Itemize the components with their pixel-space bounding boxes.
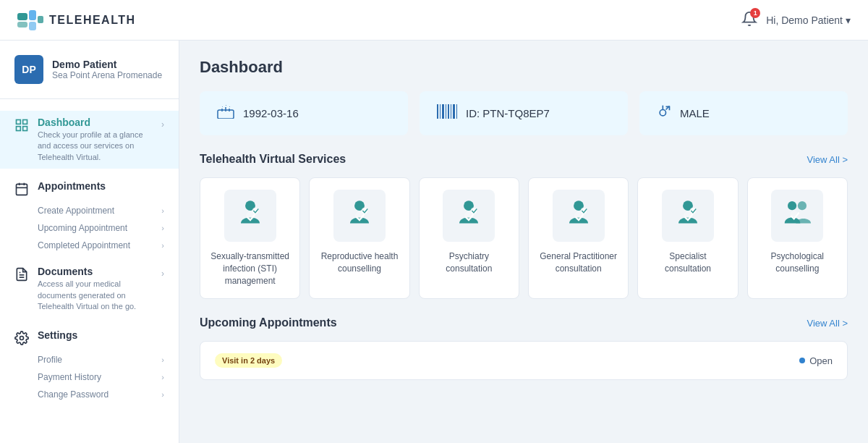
user-profile: DP Demo Patient Sea Point Arena Promenad… xyxy=(0,55,179,99)
appointment-card: Visit in 2 days Open xyxy=(200,341,848,380)
stat-card-dob: 1992-03-16 xyxy=(200,91,408,135)
create-appointment-chevron: › xyxy=(161,206,164,215)
svg-rect-4 xyxy=(38,16,43,23)
id-value: ID: PTN-TQ8EP7 xyxy=(466,107,550,119)
payment-history-label: Payment History xyxy=(38,372,101,382)
appointments-icon xyxy=(14,182,29,196)
sidebar-sub-item-completed-appointment[interactable]: Completed Appointment › xyxy=(0,237,179,254)
stat-card-gender: MALE xyxy=(639,91,848,135)
stats-row: 1992-03-16 ID: PTN-TQ8EP7 xyxy=(200,91,848,135)
gender-value: MALE xyxy=(680,107,710,119)
svg-rect-27 xyxy=(456,104,457,119)
svg-rect-2 xyxy=(29,10,36,20)
sidebar-item-documents[interactable]: Documents Access all your medical docume… xyxy=(0,260,179,318)
avatar: DP xyxy=(14,55,43,84)
sidebar-sub-item-payment-history[interactable]: Payment History › xyxy=(0,368,179,386)
user-greeting[interactable]: Hi, Demo Patient ▾ xyxy=(766,14,851,26)
profile-chevron: › xyxy=(161,355,164,364)
svg-rect-26 xyxy=(453,104,455,119)
psychological-label: Psychological counselling xyxy=(757,250,838,275)
specialist-label: Specialist consultation xyxy=(647,250,728,275)
svg-rect-3 xyxy=(29,22,36,30)
app-header: TELEHEALTH 1 Hi, Demo Patient ▾ xyxy=(0,0,868,41)
dashboard-label: Dashboard xyxy=(38,117,153,128)
svg-point-15 xyxy=(20,337,24,340)
sidebar-sub-item-profile[interactable]: Profile › xyxy=(0,351,179,368)
sidebar: DP Demo Patient Sea Point Arena Promenad… xyxy=(0,41,179,443)
svg-rect-0 xyxy=(17,13,27,20)
sidebar-sub-item-upcoming-appointment[interactable]: Upcoming Appointment › xyxy=(0,219,179,237)
user-info: Demo Patient Sea Point Arena Promenade xyxy=(52,59,162,80)
dashboard-chevron: › xyxy=(161,119,164,130)
svg-rect-1 xyxy=(17,22,27,28)
svg-rect-6 xyxy=(23,120,27,125)
service-card-reproductive[interactable]: Reproductive health counselling xyxy=(309,177,409,299)
notification-bell[interactable]: 1 xyxy=(741,11,757,30)
header-right: 1 Hi, Demo Patient ▾ xyxy=(741,11,851,30)
appointment-status: Open xyxy=(799,355,833,366)
page-title: Dashboard xyxy=(200,58,848,77)
nav-section-appointments: Appointments Create Appointment › Upcomi… xyxy=(0,174,179,254)
appointment-badge: Visit in 2 days xyxy=(215,353,282,368)
service-card-psychological[interactable]: Psychological counselling xyxy=(747,177,848,299)
svg-rect-9 xyxy=(17,185,27,195)
change-password-chevron: › xyxy=(161,390,164,399)
logo: TELEHEALTH xyxy=(17,10,136,30)
services-title: Telehealth Virtual Services xyxy=(200,153,346,166)
svg-rect-22 xyxy=(442,104,444,119)
svg-rect-25 xyxy=(451,104,451,119)
logo-icon xyxy=(17,10,43,30)
appointments-nav-content: Appointments xyxy=(38,180,164,192)
upcoming-appointment-label: Upcoming Appointment xyxy=(38,223,127,233)
sidebar-item-dashboard[interactable]: Dashboard Check your profile at a glance… xyxy=(0,111,179,169)
reproductive-icon-box xyxy=(333,190,386,242)
documents-label: Documents xyxy=(38,266,153,277)
svg-point-46 xyxy=(788,201,796,210)
sidebar-sub-item-change-password[interactable]: Change Password › xyxy=(0,386,179,403)
birthday-icon xyxy=(217,104,234,122)
documents-icon xyxy=(14,267,29,282)
svg-rect-21 xyxy=(440,104,441,119)
services-grid: Sexually-transmitted infection (STI) man… xyxy=(200,177,848,299)
psychiatry-icon-box xyxy=(443,190,495,242)
barcode-icon xyxy=(437,104,457,122)
appointments-section: Upcoming Appointments View All > Visit i… xyxy=(200,316,848,380)
svg-rect-8 xyxy=(23,127,27,131)
service-card-psychiatry[interactable]: Psychiatry consultation xyxy=(419,177,519,299)
gp-label: General Practitioner consultation xyxy=(537,250,619,275)
reproductive-label: Reproductive health counselling xyxy=(318,250,400,275)
notification-badge: 1 xyxy=(750,8,760,18)
documents-description: Access all your medical documents genera… xyxy=(38,279,153,312)
appointments-view-all[interactable]: View All > xyxy=(807,318,848,329)
sti-label: Sexually-transmitted infection (STI) man… xyxy=(209,250,291,287)
main-content: Dashboard 1992-03-16 xyxy=(179,41,868,443)
status-dot xyxy=(799,358,805,363)
appointment-status-text: Open xyxy=(809,355,833,366)
svg-rect-23 xyxy=(446,104,446,119)
nav-section-settings: Settings Profile › Payment History › Cha… xyxy=(0,324,179,403)
service-card-sti[interactable]: Sexually-transmitted infection (STI) man… xyxy=(200,177,300,299)
payment-history-chevron: › xyxy=(161,373,164,381)
completed-appointment-label: Completed Appointment xyxy=(38,240,130,250)
specialist-icon-box xyxy=(662,190,714,242)
appointments-section-header: Upcoming Appointments View All > xyxy=(200,316,848,329)
services-view-all[interactable]: View All > xyxy=(807,154,848,165)
svg-rect-24 xyxy=(448,104,449,119)
svg-rect-5 xyxy=(17,120,21,125)
sidebar-item-appointments[interactable]: Appointments xyxy=(0,174,179,202)
service-card-gp[interactable]: General Practitioner consultation xyxy=(528,177,629,299)
svg-rect-7 xyxy=(17,127,21,131)
svg-rect-20 xyxy=(437,104,438,119)
service-card-specialist[interactable]: Specialist consultation xyxy=(637,177,738,299)
sidebar-sub-item-create-appointment[interactable]: Create Appointment › xyxy=(0,202,179,219)
documents-nav-content: Documents Access all your medical docume… xyxy=(38,266,153,312)
change-password-label: Change Password xyxy=(38,389,109,400)
services-section-header: Telehealth Virtual Services View All > xyxy=(200,153,848,166)
svg-point-28 xyxy=(660,110,665,116)
dashboard-description: Check your profile at a glance and acces… xyxy=(38,130,153,163)
completed-appointment-chevron: › xyxy=(161,241,164,250)
sidebar-item-settings[interactable]: Settings xyxy=(0,324,179,351)
nav-section-dashboard: Dashboard Check your profile at a glance… xyxy=(0,111,179,169)
dob-value: 1992-03-16 xyxy=(243,107,299,119)
app-layout: DP Demo Patient Sea Point Arena Promenad… xyxy=(0,41,868,443)
